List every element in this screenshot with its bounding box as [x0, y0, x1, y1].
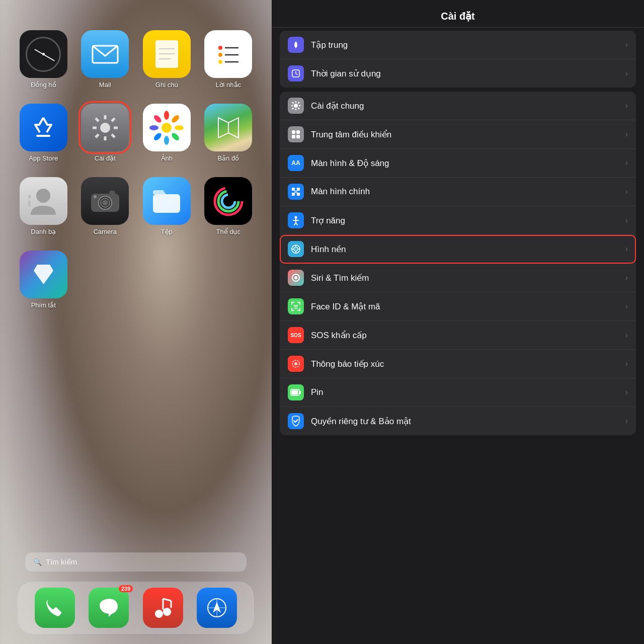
sos-icon: SOS — [288, 327, 304, 343]
app-shortcuts[interactable]: Phím tắt — [15, 251, 72, 309]
svg-point-15 — [162, 123, 172, 133]
app-grid: Đồng hồ Mail — [10, 30, 262, 309]
settings-row-sos[interactable]: SOS SOS khẩn cấp › — [280, 321, 636, 350]
settings-row-general[interactable]: Cài đặt chung › — [280, 92, 636, 120]
wallpaper-icon — [288, 241, 304, 257]
svg-point-38 — [222, 195, 235, 208]
app-notes[interactable]: Ghi chú — [138, 30, 195, 89]
svg-line-56 — [298, 102, 300, 104]
svg-line-41 — [163, 599, 171, 601]
svg-point-85 — [294, 362, 297, 365]
app-files[interactable]: Tệp — [138, 177, 195, 235]
settings-row-faceid[interactable]: Face ID & Mật mã › — [280, 292, 636, 321]
battery-label: Pin — [311, 387, 621, 397]
app-appstore[interactable]: App Store — [15, 104, 72, 162]
app-reminders[interactable]: Lời nhắc — [200, 30, 257, 89]
search-text: Tìm kiếm — [46, 557, 77, 567]
faceid-label: Face ID & Mật mã — [311, 301, 621, 312]
dock-music[interactable] — [143, 588, 183, 628]
settings-row-privacy[interactable]: Quyền riêng tư & Bảo mật › — [280, 407, 636, 435]
display-chevron: › — [625, 158, 628, 168]
svg-point-26 — [36, 189, 50, 203]
display-icon: AA — [288, 155, 304, 171]
svg-rect-60 — [292, 135, 295, 138]
svg-point-14 — [100, 123, 110, 133]
general-label: Cài đặt chung — [311, 101, 621, 111]
general-icon — [288, 98, 304, 114]
app-settings[interactable]: Cài đặt — [77, 104, 134, 162]
settings-row-screentime[interactable]: Thời gian sử dụng › — [280, 59, 636, 88]
svg-rect-66 — [294, 190, 297, 193]
app-clock[interactable]: Đồng hồ — [15, 30, 72, 89]
app-maps[interactable]: Bản đồ — [200, 104, 257, 162]
svg-point-7 — [218, 46, 222, 50]
battery-icon — [288, 384, 304, 400]
svg-point-23 — [153, 114, 163, 124]
svg-line-71 — [296, 223, 297, 225]
settings-row-siri[interactable]: Siri & Tìm kiếm › — [280, 264, 636, 292]
svg-rect-61 — [296, 135, 300, 138]
settings-row-display[interactable]: AA Màn hình & Độ sáng › — [280, 149, 636, 178]
screentime-label: Thời gian sử dụng — [311, 68, 621, 79]
settings-row-exposure[interactable]: Thông báo tiếp xúc › — [280, 350, 636, 378]
privacy-icon — [288, 413, 304, 429]
svg-point-22 — [149, 125, 158, 130]
svg-rect-6 — [213, 38, 244, 70]
app-photos[interactable]: Ảnh — [138, 104, 195, 162]
svg-rect-28 — [28, 201, 31, 207]
svg-line-57 — [292, 108, 294, 110]
svg-rect-63 — [297, 188, 300, 191]
settings-title: Cài đặt — [441, 11, 475, 22]
accessibility-chevron: › — [625, 216, 628, 225]
svg-point-40 — [163, 608, 171, 616]
search-bar[interactable]: 🔍 Tìm kiếm — [25, 552, 247, 572]
accessibility-label: Trợ năng — [311, 215, 621, 226]
svg-point-39 — [155, 610, 163, 618]
exposure-icon — [288, 356, 304, 372]
svg-rect-64 — [292, 193, 295, 196]
exposure-chevron: › — [625, 359, 628, 368]
svg-line-55 — [298, 108, 300, 110]
svg-rect-58 — [292, 130, 295, 134]
svg-rect-88 — [292, 390, 298, 395]
dock-messages[interactable]: 239 — [89, 588, 129, 628]
settings-panel: Cài đặt Tập trung › Thời gian sử dụng › — [272, 0, 644, 644]
messages-badge: 239 — [119, 585, 133, 592]
home-screen: Đồng hồ Mail — [0, 0, 272, 644]
settings-list[interactable]: Tập trung › Thời gian sử dụng › — [272, 28, 644, 644]
dock-phone[interactable] — [35, 588, 75, 628]
app-mail[interactable]: Mail — [77, 30, 134, 89]
app-camera[interactable]: Camera — [77, 177, 134, 235]
settings-row-accessibility[interactable]: Trợ năng › — [280, 206, 636, 235]
svg-point-67 — [295, 216, 297, 219]
app-contacts[interactable]: Danh bạ — [15, 177, 72, 235]
settings-row-battery[interactable]: Pin › — [280, 378, 636, 407]
svg-point-34 — [94, 195, 97, 198]
siri-label: Siri & Tìm kiếm — [311, 273, 621, 283]
settings-row-control[interactable]: Trung tâm điều khiển › — [280, 120, 636, 149]
settings-row-focus[interactable]: Tập trung › — [280, 31, 636, 59]
screentime-chevron: › — [625, 69, 628, 78]
screentime-icon — [288, 65, 304, 82]
settings-group-top: Tập trung › Thời gian sử dụng › — [280, 31, 636, 88]
battery-chevron: › — [625, 388, 628, 397]
privacy-label: Quyền riêng tư & Bảo mật — [311, 416, 621, 427]
accessibility-icon — [288, 212, 304, 228]
homescreen-label: Màn hình chính — [311, 187, 621, 197]
focus-icon — [288, 37, 304, 53]
home-content: Đồng hồ Mail — [0, 0, 272, 644]
dock-safari[interactable] — [197, 588, 237, 628]
svg-point-11 — [218, 60, 222, 64]
wallpaper-label: Hình nền — [311, 244, 621, 255]
faceid-chevron: › — [625, 302, 628, 311]
search-icon: 🔍 — [33, 558, 42, 566]
svg-point-16 — [164, 111, 169, 120]
settings-row-homescreen[interactable]: Màn hình chính › — [280, 178, 636, 206]
svg-point-81 — [294, 305, 295, 306]
svg-point-32 — [103, 200, 108, 205]
app-fitness[interactable]: Thể dục — [200, 177, 257, 235]
settings-row-wallpaper[interactable]: Hình nền › — [280, 235, 636, 264]
homescreen-icon — [288, 184, 304, 200]
svg-point-80 — [294, 276, 297, 279]
svg-point-17 — [171, 114, 181, 124]
